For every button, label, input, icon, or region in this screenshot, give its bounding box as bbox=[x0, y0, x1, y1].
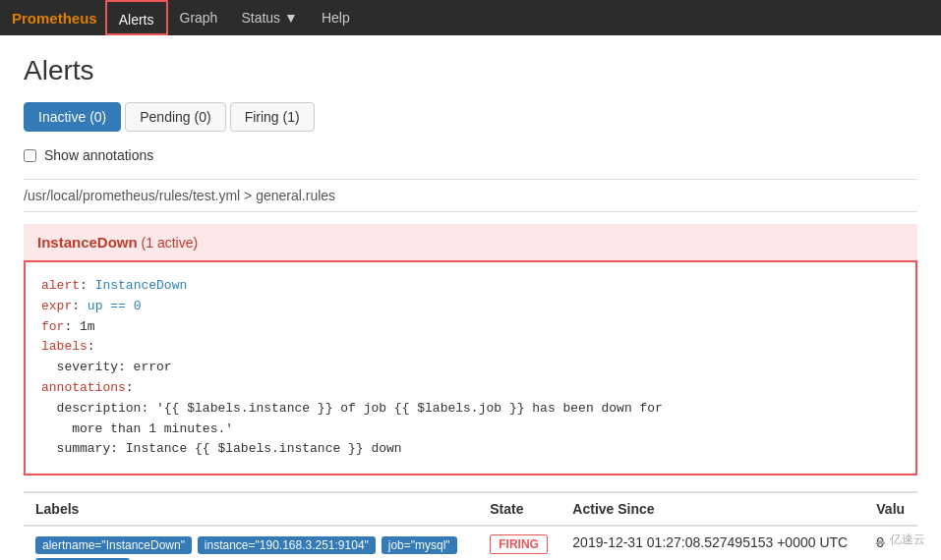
alert-rule-name[interactable]: InstanceDown bbox=[37, 234, 138, 251]
code-line-8: more than 1 minutes.' bbox=[41, 420, 900, 440]
annotations-row: Show annotations bbox=[24, 147, 917, 163]
alert-rule-header: InstanceDown (1 active) bbox=[24, 224, 917, 260]
navbar-item-alerts[interactable]: Alerts bbox=[105, 0, 168, 35]
annotations-label[interactable]: Show annotations bbox=[44, 147, 153, 163]
cell-labels: alertname="InstanceDown" instance="190.1… bbox=[24, 526, 478, 560]
table-header-row: Labels State Active Since Valu bbox=[24, 492, 917, 526]
alert-rule-count: (1 active) bbox=[142, 235, 199, 251]
navbar-brand[interactable]: Prometheus bbox=[12, 10, 97, 27]
cell-active-since: 2019-12-31 01:27:08.527495153 +0000 UTC bbox=[560, 526, 864, 560]
col-active-since: Active Since bbox=[560, 492, 864, 526]
code-line-1: alert: InstanceDown bbox=[41, 276, 900, 297]
watermark-icon: ☁ bbox=[874, 533, 886, 547]
code-line-4: labels: bbox=[41, 337, 900, 358]
code-block: alert: InstanceDown expr: up == 0 for: 1… bbox=[24, 260, 917, 476]
show-annotations-checkbox[interactable] bbox=[24, 149, 36, 162]
navbar-item-status[interactable]: Status ▼ bbox=[229, 0, 309, 35]
status-badge: FIRING bbox=[490, 534, 548, 554]
chevron-down-icon: ▼ bbox=[284, 10, 298, 26]
col-labels: Labels bbox=[24, 492, 478, 526]
label-tag-instance[interactable]: instance="190.168.3.251:9104" bbox=[198, 536, 376, 554]
watermark-text: 亿速云 bbox=[890, 532, 925, 548]
navbar: Prometheus Alerts Graph Status ▼ Help bbox=[0, 0, 941, 35]
code-line-6: annotations: bbox=[41, 378, 900, 399]
label-tag-job[interactable]: job="mysql" bbox=[382, 536, 457, 554]
tab-firing[interactable]: Firing (1) bbox=[230, 102, 315, 132]
col-state: State bbox=[478, 492, 560, 526]
tab-pending[interactable]: Pending (0) bbox=[125, 102, 225, 132]
rules-path: /usr/local/prometheus/rules/test.yml > g… bbox=[24, 179, 917, 212]
code-line-3: for: 1m bbox=[41, 317, 900, 338]
watermark: ☁ 亿速云 bbox=[874, 532, 925, 548]
alerts-table: Labels State Active Since Valu alertname… bbox=[24, 491, 917, 560]
code-line-7: description: '{{ $labels.instance }} of … bbox=[41, 399, 900, 420]
code-line-9: summary: Instance {{ $labels.instance }}… bbox=[41, 439, 900, 460]
label-tag-alertname[interactable]: alertname="InstanceDown" bbox=[35, 536, 192, 554]
code-line-2: expr: up == 0 bbox=[41, 297, 900, 317]
cell-state: FIRING bbox=[478, 526, 560, 560]
tab-inactive[interactable]: Inactive (0) bbox=[24, 102, 121, 132]
col-value: Valu bbox=[864, 492, 917, 526]
navbar-item-help[interactable]: Help bbox=[310, 0, 362, 35]
filter-tabs: Inactive (0) Pending (0) Firing (1) bbox=[24, 102, 917, 132]
table-row: alertname="InstanceDown" instance="190.1… bbox=[24, 526, 917, 560]
code-line-5: severity: error bbox=[41, 358, 900, 378]
page-content: Alerts Inactive (0) Pending (0) Firing (… bbox=[0, 35, 941, 560]
navbar-item-graph[interactable]: Graph bbox=[168, 0, 230, 35]
page-title: Alerts bbox=[24, 55, 917, 86]
